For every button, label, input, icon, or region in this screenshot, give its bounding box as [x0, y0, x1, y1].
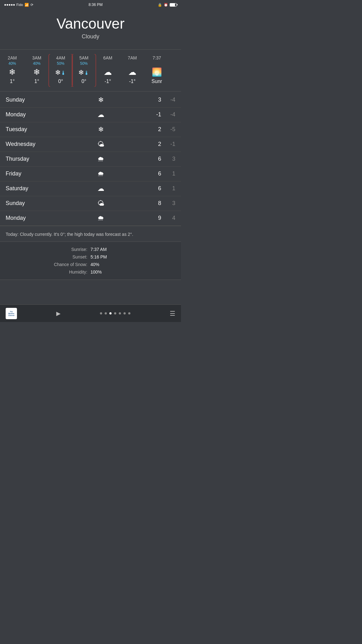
hour-temp-2: 0°	[58, 79, 63, 84]
signal-dots	[4, 4, 15, 6]
day-high-3: 2	[145, 141, 161, 147]
hour-label-4: 6AM	[103, 55, 112, 60]
hour-icon-4: ☁	[104, 68, 112, 76]
day-high-0: 3	[145, 97, 161, 103]
page-dot-3[interactable]	[114, 312, 116, 314]
list-icon[interactable]: ☰	[170, 310, 175, 317]
details-section: Sunrise:7:37 AMSunset:5:16 PMChance of S…	[0, 242, 181, 280]
hour-icon-3: ❄🌡	[78, 68, 90, 76]
page-dot-1[interactable]	[105, 312, 107, 314]
hour-temp-1: 1°	[34, 79, 39, 84]
day-row-2: Tuesday❄2-5	[0, 122, 181, 137]
hour-label-6: 7:37	[152, 55, 161, 60]
lock-icon: 🔒	[158, 3, 162, 7]
hour-icon-2: ❄🌡	[55, 68, 66, 76]
hour-icon-0: ❄	[9, 68, 16, 76]
detail-value-0: 7:37 AM	[90, 247, 175, 252]
hourly-section: 2AM40%❄1°3AM40%❄1°4AM50%❄🌡0°5AM50%❄🌡0°6A…	[0, 49, 181, 90]
status-left: Fido 📶 ⟳	[4, 3, 33, 7]
day-high-6: 6	[145, 185, 161, 192]
day-name-0: Sunday	[6, 97, 56, 103]
hour-icon-1: ❄	[33, 68, 40, 76]
page-dot-4[interactable]	[119, 312, 121, 314]
day-row-8: Monday🌧94	[0, 211, 181, 226]
day-icon-2: ❄	[56, 125, 145, 134]
summary-section: Today: Cloudy currently. It's 0°; the hi…	[0, 226, 181, 242]
condition-label: Cloudy	[0, 33, 181, 40]
hour-item-0: 2AM40%❄1°	[0, 54, 25, 87]
day-high-4: 6	[145, 156, 161, 162]
page-dot-6[interactable]	[128, 312, 130, 314]
day-name-5: Friday	[6, 170, 56, 177]
detail-label-2: Chance of Snow:	[6, 262, 90, 267]
hour-temp-6: Sunr	[151, 79, 162, 84]
day-row-5: Friday🌧61	[0, 167, 181, 181]
day-row-1: Monday☁-1-4	[0, 108, 181, 122]
twc-logo: TheWeatherChannel	[6, 308, 17, 319]
wifi-icon: 📶	[25, 3, 29, 7]
day-high-7: 8	[145, 200, 161, 207]
day-name-1: Monday	[6, 111, 56, 118]
status-right: 🔒 ⏰	[158, 3, 177, 7]
dot4	[11, 4, 13, 6]
battery-icon	[170, 3, 177, 7]
daily-section: Sunday❄3-4Monday☁-1-4Tuesday❄2-5Wednesda…	[0, 93, 181, 226]
hour-icon-6: 🌅	[152, 68, 162, 76]
day-name-3: Wednesday	[6, 141, 56, 147]
page-dot-5[interactable]	[123, 312, 126, 314]
page-dots	[100, 312, 130, 314]
status-time: 8:36 PM	[89, 3, 103, 7]
status-bar: Fido 📶 ⟳ 8:36 PM 🔒 ⏰	[0, 0, 181, 9]
hour-item-5: 7AM☁-1°	[120, 54, 145, 87]
hour-item-4: 6AM☁-1°	[96, 54, 120, 87]
day-icon-8: 🌧	[56, 214, 145, 222]
alarm-icon: ⏰	[164, 3, 168, 7]
day-icon-5: 🌧	[56, 170, 145, 178]
location-icon[interactable]: ▶	[56, 310, 61, 317]
bottom-bar: TheWeatherChannel ▶ ☰	[0, 304, 181, 322]
hour-item-3: 5AM50%❄🌡0°	[72, 54, 96, 87]
page-dot-0[interactable]	[100, 312, 102, 314]
day-icon-0: ❄	[56, 96, 145, 104]
divider-after-hourly	[0, 91, 181, 92]
dot1	[4, 4, 6, 6]
battery-fill	[170, 3, 175, 6]
carrier-label: Fido	[16, 3, 23, 7]
hour-precip-2: 50%	[57, 61, 64, 66]
day-icon-1: ☁	[56, 111, 145, 119]
summary-text: Today: Cloudy currently. It's 0°; the hi…	[6, 231, 175, 238]
day-low-0: -4	[161, 97, 175, 103]
day-name-7: Sunday	[6, 200, 56, 207]
detail-value-3: 100%	[90, 269, 175, 275]
detail-label-3: Humidity:	[6, 269, 90, 275]
detail-value-2: 40%	[90, 262, 175, 267]
day-high-5: 6	[145, 170, 161, 177]
day-low-7: 3	[161, 200, 175, 207]
day-row-6: Saturday☁61	[0, 181, 181, 196]
day-row-7: Sunday🌤83	[0, 196, 181, 211]
hour-label-3: 5AM	[80, 55, 89, 60]
day-row-4: Thursday🌧63	[0, 152, 181, 167]
hour-item-1: 3AM40%❄1°	[25, 54, 49, 87]
day-row-3: Wednesday🌤2-1	[0, 137, 181, 152]
hour-precip-1: 40%	[33, 61, 41, 66]
detail-label-1: Sunset:	[6, 254, 90, 259]
hour-precip-0: 40%	[8, 61, 16, 66]
day-icon-4: 🌧	[56, 155, 145, 163]
hour-label-2: 4AM	[56, 55, 65, 60]
day-name-2: Tuesday	[6, 126, 56, 133]
hourly-scroll[interactable]: 2AM40%❄1°3AM40%❄1°4AM50%❄🌡0°5AM50%❄🌡0°6A…	[0, 54, 181, 87]
day-icon-6: ☁	[56, 185, 145, 193]
hour-temp-4: -1°	[105, 79, 111, 84]
hour-temp-5: -1°	[129, 79, 136, 84]
day-low-2: -5	[161, 126, 175, 133]
page-dot-2[interactable]	[109, 312, 112, 314]
day-low-4: 3	[161, 156, 175, 162]
day-high-1: -1	[145, 111, 161, 118]
dot5	[13, 4, 15, 6]
hour-label-5: 7AM	[128, 55, 137, 60]
day-name-8: Monday	[6, 215, 56, 221]
day-high-8: 9	[145, 215, 161, 221]
city-name: Vancouver	[0, 15, 181, 32]
dot2	[7, 4, 8, 6]
